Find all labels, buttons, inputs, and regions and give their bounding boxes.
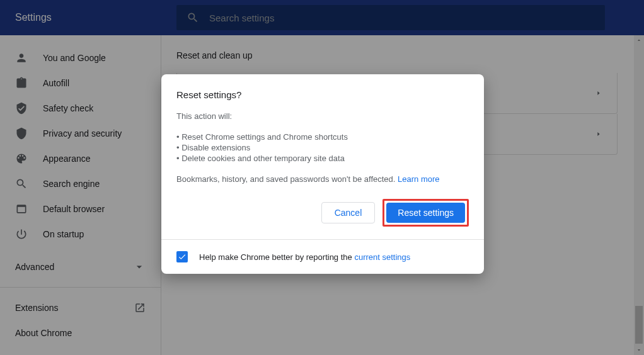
dialog-subtitle: This action will: <box>176 111 469 121</box>
dialog-actions: Cancel Reset settings <box>161 194 484 239</box>
reset-settings-dialog: Reset settings? This action will: • Rese… <box>161 74 484 274</box>
dialog-footer-text: Help make Chrome better by reporting the… <box>199 252 410 262</box>
dialog-list: • Reset Chrome settings and Chrome short… <box>176 132 469 163</box>
learn-more-link[interactable]: Learn more <box>398 174 439 184</box>
dialog-bullet: • Delete cookies and other temporary sit… <box>176 154 469 163</box>
highlight-box: Reset settings <box>382 199 469 227</box>
reset-settings-button[interactable]: Reset settings <box>386 203 465 223</box>
dialog-title: Reset settings? <box>176 89 469 100</box>
dialog-footer: Help make Chrome better by reporting the… <box>161 239 484 274</box>
cancel-button[interactable]: Cancel <box>321 202 376 223</box>
dialog-bullet: • Reset Chrome settings and Chrome short… <box>176 132 469 142</box>
current-settings-link[interactable]: current settings <box>354 252 410 262</box>
dialog-bullet: • Disable extensions <box>176 143 469 152</box>
dialog-note: Bookmarks, history, and saved passwords … <box>176 174 469 184</box>
report-checkbox[interactable] <box>176 251 188 262</box>
dialog-body: Reset settings? This action will: • Rese… <box>161 74 484 194</box>
check-icon <box>178 252 187 261</box>
